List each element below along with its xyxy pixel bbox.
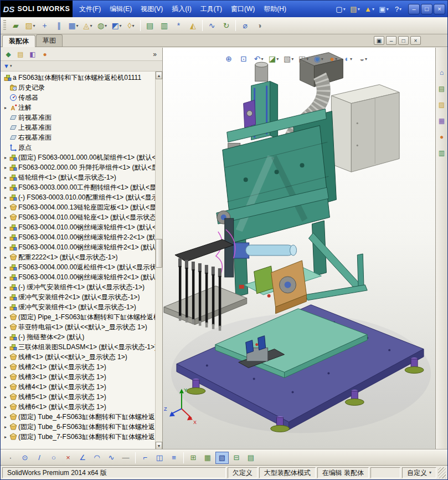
expand-arrow-icon[interactable]: ▸	[3, 405, 8, 410]
expand-arrow-icon[interactable]: ▸	[3, 385, 8, 390]
tree-item[interactable]: ▸ 链轮组件<1> (默认<显示状态-1>)	[1, 172, 155, 182]
datum-table-icon[interactable]: ▤	[244, 452, 258, 464]
insert-components-icon[interactable]: ▨ ▾	[23, 19, 37, 32]
expand-arrow-icon[interactable]: ▸	[3, 275, 8, 280]
delete-tool-icon[interactable]: ×	[61, 452, 75, 464]
expand-arrow-icon[interactable]: ▸	[3, 165, 8, 170]
edit-component-icon[interactable]: ▰ ▾	[9, 19, 23, 32]
tree-item[interactable]: ▸ (固定) Pipe_1-FS063缸体翻转和下缸体螺栓返松机01111<1>	[1, 312, 155, 322]
centerline-tool-icon[interactable]: —	[119, 452, 132, 464]
tree-item[interactable]: ▸ FS063-0004.010.00链轮座<1> (默认<显示状态-1>)	[1, 212, 155, 222]
child-close-button[interactable]: ×	[410, 36, 421, 45]
circle-tool-icon[interactable]: ⊙	[18, 452, 32, 464]
panel-expand-chevrons[interactable]: »	[153, 50, 161, 58]
expand-arrow-icon[interactable]: ▸	[3, 315, 8, 320]
tree-item[interactable]: ▸ FS063-0004.000.13链轮座固定板<1> (默认<显示状态-1>…	[1, 202, 155, 212]
tab-sketch[interactable]: 草图	[36, 34, 63, 47]
smart-fasteners-icon[interactable]: ◬ ▾	[81, 19, 95, 32]
assembly-features-icon[interactable]: ◩ ▾	[110, 19, 123, 32]
expand-arrow-icon[interactable]: ▸	[3, 155, 8, 160]
expand-arrow-icon[interactable]: ▸	[3, 395, 8, 400]
scrollbar-track[interactable]	[156, 79, 162, 442]
spline-tool-icon[interactable]: ∿	[105, 452, 118, 464]
menu-item[interactable]: 编辑(E)	[105, 3, 136, 15]
expand-arrow-icon[interactable]: ▸	[3, 375, 8, 380]
tree-item[interactable]: ▸ (固定) Tube_6-FS063缸体翻转和下缸体螺栓返松机01111<1>	[1, 422, 155, 432]
view-settings-icon[interactable]: ◒ ▾	[357, 53, 370, 65]
tree-item[interactable]: ▸ (固定) FS063-0001.000.00机架组件<1> (默认<显示状态…	[1, 152, 155, 162]
toolbar-grip[interactable]	[3, 20, 6, 31]
expand-arrow-icon[interactable]: ▸	[3, 355, 8, 360]
tree-item[interactable]: ▸ 线槽4<1> (默认<显示状态 1>)	[1, 382, 155, 392]
tree-item[interactable]: ▸ 右视基准面	[1, 132, 155, 142]
view-orientation-icon[interactable]: ▧ ▾	[282, 53, 295, 65]
menu-item[interactable]: 文件(F)	[75, 3, 105, 15]
expand-arrow-icon[interactable]: ▸	[3, 345, 8, 350]
bom-table2-icon[interactable]: ▥ ▾	[157, 19, 171, 32]
appearances-scenes-icon[interactable]: ●	[437, 132, 447, 142]
expand-arrow-icon[interactable]: ▸	[3, 175, 8, 180]
help-icon[interactable]: ? ▾	[392, 3, 405, 15]
configurationmanager-tab-icon[interactable]: ◧	[27, 49, 39, 60]
expand-arrow-icon[interactable]: ▸	[3, 205, 8, 210]
mate-icon[interactable]: ∥ ▾	[52, 19, 66, 32]
line-tool-icon[interactable]: /	[33, 452, 46, 464]
tree-item[interactable]: ▸ FS063-0002.000.00 升降托举组件<1> (默认<显示状态-1…	[1, 162, 155, 172]
expand-arrow-icon[interactable]: ▸	[3, 225, 8, 230]
expand-arrow-icon[interactable]: ▸	[3, 295, 8, 300]
tree-item[interactable]: ▸ (固定) Tube_7-FS063缸体翻转和下缸体螺栓返松机01111<1>	[1, 432, 155, 442]
tree-item[interactable]: ▸ 线槽<1> (默认<<默认>_显示状态 1>)	[1, 352, 155, 362]
zoom-fit-icon[interactable]: ⊕ ▾	[222, 53, 235, 65]
resize-grip[interactable]	[438, 467, 446, 478]
expand-arrow-icon[interactable]: ▸	[3, 265, 8, 270]
tree-item[interactable]: ▸ 线槽5<1> (默认<显示状态 1>)	[1, 392, 155, 402]
ellipse-tool-icon[interactable]: ○	[47, 452, 60, 464]
tree-item[interactable]: ▸ (固定) Tube_4-FS063缸体翻转和下缸体螺栓返松机01111<1>	[1, 412, 155, 422]
tree-item[interactable]: ▸ FS063-0004.010.00钢丝绳滚轮组件2<1> (默认<显示状态-…	[1, 272, 155, 282]
featuremanager-tab-icon[interactable]: ◆	[2, 49, 14, 60]
expand-arrow-icon[interactable]: ▸	[3, 425, 8, 430]
reference-geometry-icon[interactable]: ◊ ▾	[124, 19, 138, 32]
expand-arrow-icon[interactable]: ▸	[3, 245, 8, 250]
chevron-down-icon[interactable]: ▾	[10, 64, 12, 68]
expand-arrow-icon[interactable]: ▸	[3, 435, 8, 440]
tree-root-item[interactable]: a FS063缸体翻转和下缸体螺栓返松机01111	[1, 73, 155, 83]
tree-item[interactable]: ▸ FS063-0004.010.00钢丝绳滚轮组件2-2<1> (默认<显示状…	[1, 232, 155, 242]
tree-item[interactable]: ▸ 三联体组装图SLDASM<1> (默认<显示状态-1>)	[1, 342, 155, 352]
menu-item[interactable]: 工具(T)	[196, 3, 226, 15]
tree-item[interactable]: ▸ 历史记录	[1, 83, 155, 93]
tree-item[interactable]: ▸ (-) FS063-0003.010.00配重组件<1> (默认<显示状态-…	[1, 192, 155, 202]
grid-icon[interactable]: ▦	[201, 452, 214, 464]
expand-arrow-icon[interactable]: ▸	[3, 365, 8, 370]
offset-tool-icon[interactable]: ≡	[167, 452, 181, 464]
open-document-icon[interactable]: ▤ ▾	[348, 3, 362, 15]
instant3d-icon[interactable]: ◭ ▾	[186, 19, 200, 32]
update-icon[interactable]: ↻ ▾	[219, 19, 233, 32]
filter-funnel-icon[interactable]: ▼	[3, 63, 9, 69]
close-button[interactable]: ×	[434, 4, 445, 14]
new-document-icon[interactable]: ▢ ▾	[334, 3, 347, 15]
tree-item[interactable]: ▸ FS063-0004.000.00返松组件<1> (默认<显示状态-1>)	[1, 262, 155, 272]
scrollbar-thumb[interactable]	[156, 239, 162, 268]
tree-item[interactable]: ▸ (-) 拖链整体<2> (默认)	[1, 332, 155, 342]
design-library-icon[interactable]: ▤	[437, 84, 447, 94]
edit-appearance-icon[interactable]: ● ▾	[327, 53, 340, 65]
status-units-selector[interactable]: 自定义 ▾	[402, 467, 436, 478]
expand-arrow-icon[interactable]: ▸	[3, 215, 8, 220]
section-view-icon[interactable]: ◪ ▾	[267, 53, 280, 65]
tree-item[interactable]: ▸ 菲亚特电箱<1> (默认<<默认>_显示状态 1>)	[1, 322, 155, 332]
child-restore-button[interactable]: ▣	[374, 36, 384, 45]
rx-alert-icon[interactable]: ▲ ▾	[363, 3, 376, 15]
menu-item[interactable]: 帮助(H)	[259, 3, 291, 15]
minimize-button[interactable]: –	[408, 4, 420, 14]
tree-item[interactable]: ▸ FS063-0004.010.00钢丝绳滚轮组件2<1> (默认<显示状态-…	[1, 242, 155, 252]
expand-arrow-icon[interactable]: ▸	[3, 335, 8, 340]
tree-item[interactable]: ▸ 前视基准面	[1, 113, 155, 122]
component-pattern-icon[interactable]: ▦ ▾	[66, 19, 80, 32]
scroll-down-icon[interactable]: ▼	[156, 442, 162, 450]
tree-item[interactable]: ▸ 传感器	[1, 93, 155, 103]
expand-arrow-icon[interactable]: ▸	[3, 185, 8, 190]
tree-item[interactable]: ▸ 注解	[1, 103, 155, 113]
tree-item[interactable]: ▸ 配重2222<1> (默认<显示状态-1>)	[1, 252, 155, 262]
measure-icon[interactable]: ⌀ ▾	[238, 19, 252, 32]
